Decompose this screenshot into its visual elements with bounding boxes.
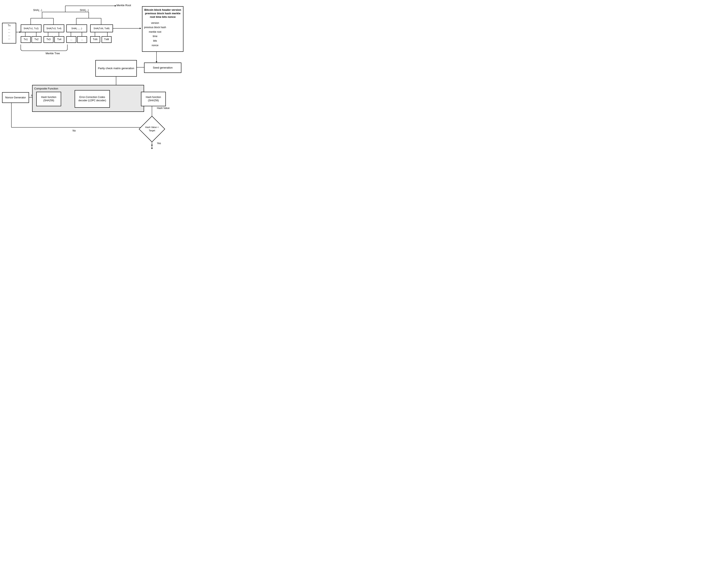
nonce-gen-box: Nonce Generator	[2, 92, 29, 103]
yes-arrow-svg	[151, 145, 155, 149]
tx4-box: Tx4	[54, 36, 64, 43]
hash-fn2-box: Hash function (SHA256)	[141, 92, 166, 106]
sha-ellipsis-box: SHA(...,...)	[66, 24, 87, 32]
sha-tx1tx2-label: SHA(Tx1, Tx2)	[24, 27, 39, 30]
parity-label: Parity check matrix generation	[98, 67, 134, 70]
sha-txntxm-label: SHA(TxN, TxM)	[94, 27, 109, 30]
txm-box: TxM	[102, 36, 111, 43]
tx-label: Tx ... ... ... ...	[8, 24, 10, 40]
sha-top-left-label: SHA(...)	[33, 9, 42, 11]
diamond-label: Hash Value < Target	[142, 126, 161, 132]
bitcoin-header-label: Bitcoin block header version previous bl…	[144, 8, 181, 19]
hash-value-label: Hash Value	[157, 107, 170, 110]
sha-tx3tx4-box: SHA(Tx3, Tx4)	[44, 24, 64, 32]
sha-txntxm-box: SHA(TxN, TxM)	[90, 24, 113, 32]
seed-gen-box: Seed generation	[144, 62, 181, 73]
ecc-label: Error-Correction Codes decoder (LDPC dec…	[75, 96, 109, 102]
diagram: Tx ... ... ... ... SHA(Tx1, Tx2) SHA(Tx3…	[0, 0, 187, 149]
hash-fn1-label: Hash function (SHA256)	[37, 96, 61, 102]
merkle-tree-label: Merkle Tree	[46, 52, 60, 55]
hash-fn2-label: Hash function (SHA256)	[141, 96, 165, 102]
svg-marker-44	[151, 148, 153, 149]
seed-gen-label: Seed generation	[153, 66, 173, 70]
hash-fn1-box: Hash function (SHA256)	[36, 92, 61, 106]
no-label: No	[73, 129, 76, 132]
tx2-box: Tx2	[31, 36, 42, 43]
sha-tx3tx4-label: SHA(Tx3, Tx4)	[47, 27, 61, 30]
yes-label: Yes	[157, 142, 161, 145]
tx3-box: Tx3	[44, 36, 53, 43]
diamond-box: Hash Value < Target	[142, 120, 161, 138]
nonce-gen-label: Nonce Generator	[5, 96, 26, 100]
tx-box: Tx ... ... ... ...	[2, 23, 16, 44]
svg-marker-23	[140, 28, 141, 29]
merkle-brace-svg	[20, 44, 114, 52]
tx1-box: Tx1	[21, 36, 31, 43]
merkle-root-label: Merkle Root	[116, 4, 131, 7]
parity-box: Parity check matrix generation	[95, 60, 137, 77]
sha-top-right-label: SHA(...)	[80, 9, 89, 11]
ecc-box: Error-Correction Codes decoder (LDPC dec…	[75, 90, 110, 108]
ellipsis2-box: ...	[77, 36, 87, 43]
ellipsis1-box: ...	[66, 36, 76, 43]
sha-ellipsis-label: SHA(...,...)	[71, 27, 82, 30]
svg-marker-11	[115, 5, 116, 7]
sha-tx1tx2-box: SHA(Tx1, Tx2)	[21, 24, 42, 32]
bitcoin-header-box: Bitcoin block header version previous bl…	[142, 6, 183, 52]
txn-box: TxN	[90, 36, 100, 43]
composite-label: Composite Function	[34, 87, 58, 90]
